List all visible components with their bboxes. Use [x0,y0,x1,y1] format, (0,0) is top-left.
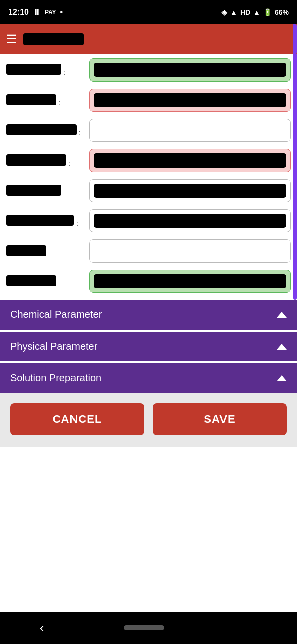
field-input-3[interactable] [89,119,291,142]
field-input-2[interactable] [89,89,291,112]
field-label-4: : [6,154,84,167]
label-block-6 [6,215,74,226]
form-row: : [6,149,291,172]
form-row: : [6,89,291,112]
field-value-5 [94,184,286,198]
form-row [6,239,291,263]
solution-preparation-section[interactable]: Solution Preparation [0,363,297,393]
status-left: 12:10 ⏸ PAY • [8,8,63,17]
field-value-8 [94,274,286,288]
label-block-3 [6,124,77,135]
field-label-5 [6,185,84,197]
field-input-6[interactable] [89,209,291,232]
media-icon: ⏸ [33,8,41,17]
label-block-8 [6,275,56,286]
dot-indicator: • [60,8,63,17]
wifi-icon: ▲ [230,8,237,16]
back-button[interactable]: ‹ [40,620,44,636]
main-content: : : : [0,54,297,612]
hamburger-icon[interactable]: ☰ [6,32,17,46]
status-bar: 12:10 ⏸ PAY • ◈ ▲ HD ▲ 🔋 66% [0,0,297,24]
field-input-4[interactable] [89,149,291,172]
label-block-4 [6,154,66,166]
chemical-parameter-title: Chemical Parameter [10,309,102,320]
right-scroll-bar [293,54,297,300]
form-row: : [6,58,291,82]
physical-parameter-title: Physical Parameter [10,341,97,352]
field-label-3: : [6,124,84,137]
physical-parameter-section[interactable]: Physical Parameter [0,332,297,361]
scroll-indicator [293,24,297,54]
form-row [6,179,291,202]
label-block-7 [6,245,46,256]
location-icon: ◈ [221,8,227,16]
form-row: : [6,119,291,142]
chemical-parameter-chevron [277,312,287,318]
field-label-7 [6,245,84,258]
field-input-5[interactable] [89,179,291,202]
action-footer: CANCEL SAVE [0,393,297,447]
status-time: 12:10 [8,8,29,17]
app-header: ☰ [0,24,297,54]
nav-bar: ‹ [0,612,297,644]
field-value-6 [94,214,286,228]
field-value-4 [94,153,286,168]
field-value-1 [94,63,286,77]
field-input-1[interactable] [89,58,291,82]
solution-preparation-title: Solution Preparation [10,372,101,384]
label-block-1 [6,64,61,75]
solution-preparation-chevron [277,375,287,381]
nav-pill [124,625,164,630]
field-label-8 [6,275,84,288]
form-row [6,270,291,293]
form-row: : [6,209,291,232]
chemical-parameter-section[interactable]: Chemical Parameter [0,300,297,330]
status-right: ◈ ▲ HD ▲ 🔋 66% [221,8,289,16]
battery-icon: 🔋 [263,8,272,16]
label-block-5 [6,185,61,196]
form-section: : : : [0,54,297,293]
cancel-button[interactable]: CANCEL [10,403,144,435]
app-title-block [23,33,84,45]
hd-label: HD [240,8,250,16]
field-label-6: : [6,215,84,227]
field-label-2: : [6,94,84,107]
field-value-2 [94,93,286,107]
field-label-1: : [6,64,84,76]
field-input-8[interactable] [89,270,291,293]
label-block-2 [6,94,56,105]
signal-icon: ▲ [253,8,260,16]
field-input-7[interactable] [89,239,291,263]
save-button[interactable]: SAVE [153,403,287,435]
battery-label: 66% [275,8,289,16]
physical-parameter-chevron [277,344,287,350]
pay-icon: PAY [45,9,56,16]
